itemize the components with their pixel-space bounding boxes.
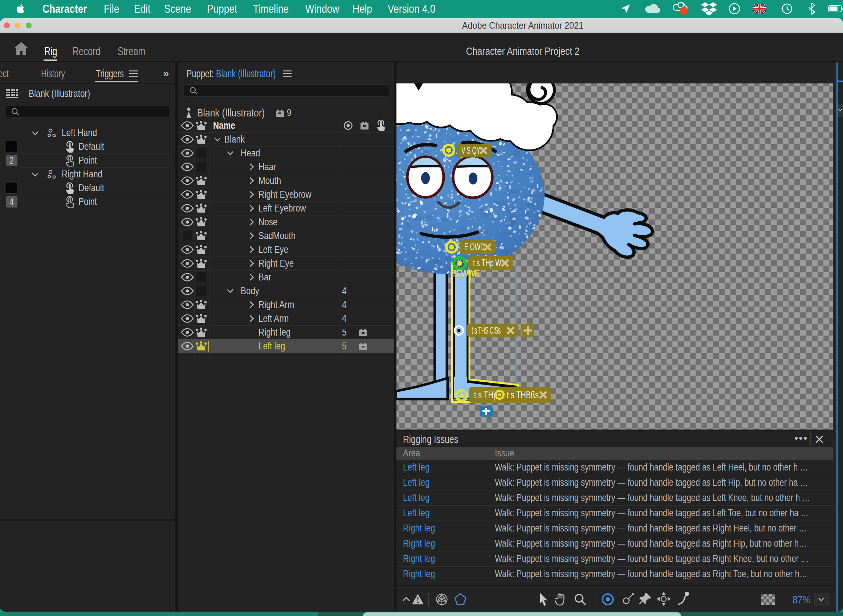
svg-text:t s THS CISs: t s THS CISs	[472, 325, 501, 336]
svg-text:t s THp: t s THp	[474, 390, 497, 400]
svg-text:BEWWE: BEWWE	[451, 269, 480, 278]
svg-text:t s THBßs: t s THBßs	[507, 390, 539, 400]
svg-text:E OWD: E OWD	[464, 242, 485, 252]
svg-text:t s THp W: t s THp W	[473, 258, 502, 268]
svg-text:V S QY: V S QY	[462, 145, 480, 156]
